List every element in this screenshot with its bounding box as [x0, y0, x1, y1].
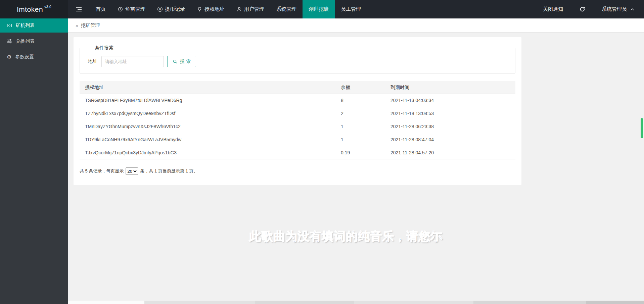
nav-label: 用户管理 [244, 6, 264, 12]
breadcrumb-arrow: » [76, 22, 78, 28]
nav-item-user-management[interactable]: 用户管理 [231, 0, 270, 18]
nav-label: 鱼苗管理 [125, 6, 145, 12]
cell-balance: 1 [335, 120, 385, 133]
nav-item-auth-address[interactable]: 授权地址 [191, 0, 231, 18]
table-row: TSRGspD81aPLF3yBM7tuLDiAWBLVPeD6Rg 8 202… [80, 94, 515, 107]
main-nav: 首页 鱼苗管理 ¥ 提币记录 授权地址 [90, 0, 367, 18]
bulb-icon [197, 7, 202, 12]
column-header-address: 授权地址 [80, 81, 335, 94]
pagination-text-after: 条，共 1 页当前显示第 1 页。 [140, 168, 198, 174]
user-icon [237, 7, 242, 12]
cell-balance: 2 [335, 107, 385, 120]
sidebar-item-exchange-list[interactable]: 兑换列表 [0, 34, 68, 48]
video-progress-segment [473, 301, 586, 304]
search-panel-legend: 条件搜索 [92, 45, 116, 51]
cell-expiry: 2021-11-28 06:23:38 [385, 120, 515, 133]
search-icon [173, 59, 178, 64]
table-row: TJxvQcorMg71npQcbx3yDJmfyAPqos1bG3 0.19 … [80, 146, 515, 159]
nav-item-staff-management[interactable]: 员工管理 [335, 0, 367, 18]
cell-expiry: 2021-11-18 13:04:53 [385, 107, 515, 120]
sidebar-item-label: 兑换列表 [16, 38, 35, 44]
topbar: Imtoken v3.0 首页 鱼苗管理 ¥ 提币记录 [0, 0, 644, 18]
video-subtitle: 此歌曲为没有填词的纯音乐，请您尓 [249, 229, 443, 244]
topbar-right: 关闭通知 系统管理员 [543, 0, 644, 18]
table-row: TMnDayZYGhnMumpzvvnXsJ2F8Wh6Vth1c2 1 202… [80, 120, 515, 133]
table-header-row: 授权地址 余额 到期时间 [80, 81, 515, 94]
nav-item-home[interactable]: 首页 [90, 0, 112, 18]
yen-icon: ¥ [157, 7, 163, 12]
video-progress-segment [255, 301, 354, 304]
pagination: 共 5 条记录，每页显示 20 条，共 1 页当前显示第 1 页。 [80, 167, 515, 175]
sidebar-item-label: 参数设置 [15, 54, 34, 60]
nav-item-withdraw-records[interactable]: ¥ 提币记录 [151, 0, 191, 18]
cell-address: TMnDayZYGhnMumpzvvnXsJ2F8Wh6Vth1c2 [80, 120, 335, 133]
admin-menu[interactable]: 系统管理员 [602, 6, 635, 12]
column-header-balance: 余额 [335, 81, 385, 94]
cell-balance: 0.19 [335, 146, 385, 159]
video-progress-segment [144, 301, 255, 304]
clock-icon [118, 7, 123, 12]
search-button-label: 搜 索 [180, 58, 191, 64]
nav-label: 系统管理 [276, 6, 296, 12]
app-logo: Imtoken v3.0 [0, 0, 68, 18]
nav-item-genesis-mining[interactable]: 創世挖礦 [303, 0, 335, 18]
cell-address: TDY9kLaCoNH979x6AtYnGarWLaJVB5mydw [80, 133, 335, 146]
nav-item-system-management[interactable]: 系统管理 [270, 0, 303, 18]
nav-label: 首页 [96, 6, 106, 12]
video-progress-segment [354, 301, 473, 304]
video-progress-segment [586, 301, 644, 304]
nav-item-yumiao[interactable]: 鱼苗管理 [112, 0, 151, 18]
page-size-select[interactable]: 20 [126, 167, 138, 175]
menu-toggle-icon[interactable] [68, 0, 90, 18]
table-row: TDY9kLaCoNH979x6AtYnGarWLaJVB5mydw 1 202… [80, 133, 515, 146]
cell-balance: 1 [335, 133, 385, 146]
cell-address: TJxvQcorMg71npQcbx3yDJmfyAPqos1bG3 [80, 146, 335, 159]
auth-address-table: 授权地址 余额 到期时间 TSRGspD81aPLF3yBM7tuLDiAWBL… [80, 81, 515, 159]
search-button[interactable]: 搜 索 [167, 56, 196, 67]
page-title: 挖矿管理 [81, 22, 100, 29]
cell-expiry: 2021-11-28 08:47:04 [385, 133, 515, 146]
sidebar-item-miner-list[interactable]: 矿机列表 [0, 18, 68, 33]
address-label: 地址 [88, 58, 97, 64]
sidebar-item-parameter-settings[interactable]: ⚙ 参数设置 [0, 50, 68, 64]
close-notice-label: 关闭通知 [543, 6, 563, 12]
app-version: v3.0 [44, 5, 51, 9]
chevron-up-icon [630, 7, 635, 11]
cell-balance: 8 [335, 94, 385, 107]
content-card: 条件搜索 地址 搜 索 授权地址 余额 到期时间 [74, 37, 521, 185]
refresh-icon[interactable] [579, 6, 586, 12]
gear-icon: ⚙ [7, 54, 11, 60]
sliders-icon [7, 39, 12, 44]
nav-label: 员工管理 [341, 6, 361, 12]
cell-expiry: 2021-11-13 04:03:34 [385, 94, 515, 107]
cell-address: TZ7hyNdkLxsx7pdQysmQyDee9nbvZTfDsf [80, 107, 335, 120]
sidebar: 矿机列表 兑换列表 ⚙ 参数设置 [0, 18, 68, 304]
search-row: 地址 搜 索 [88, 56, 507, 67]
search-panel: 条件搜索 地址 搜 索 [80, 45, 515, 73]
cell-address: TSRGspD81aPLF3yBM7tuLDiAWBLVPeD6Rg [80, 94, 335, 107]
breadcrumb: » 挖矿管理 [68, 18, 644, 33]
pagination-text-before: 共 5 条记录，每页显示 [80, 168, 124, 174]
close-notice-link[interactable]: 关闭通知 [543, 6, 563, 12]
cell-expiry: 2021-11-28 04:57:20 [385, 146, 515, 159]
video-progress-bar[interactable] [68, 301, 644, 304]
admin-label: 系统管理员 [602, 6, 627, 12]
address-input[interactable] [101, 56, 164, 67]
app-logo-text: Imtoken [17, 5, 43, 13]
table-row: TZ7hyNdkLxsx7pdQysmQyDee9nbvZTfDsf 2 202… [80, 107, 515, 120]
nav-label: 提币记录 [165, 6, 185, 12]
sidebar-item-label: 矿机列表 [16, 22, 35, 29]
miner-icon [7, 23, 12, 28]
video-progress-segment [68, 301, 144, 304]
nav-label: 授权地址 [204, 6, 225, 12]
column-header-expiry: 到期时间 [385, 81, 515, 94]
nav-label: 創世挖礦 [309, 6, 329, 12]
scrollbar-thumb[interactable] [641, 118, 643, 138]
